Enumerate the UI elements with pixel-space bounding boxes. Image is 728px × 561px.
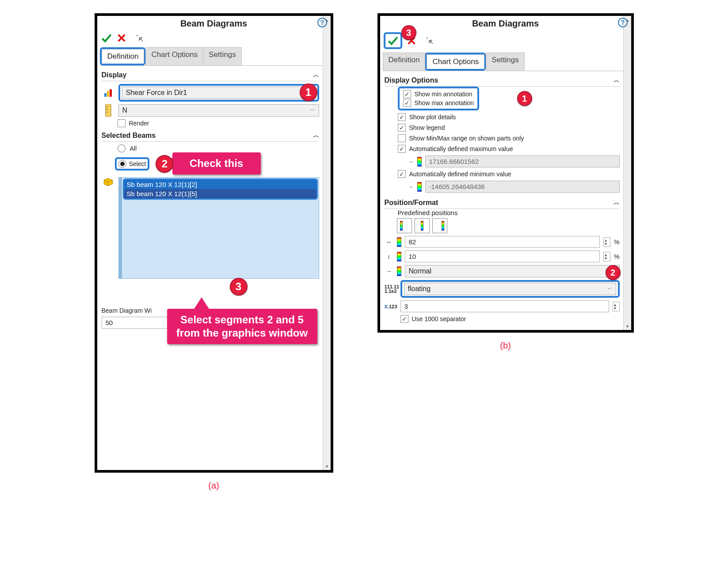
help-icon[interactable]: ? (317, 18, 327, 27)
legend-icon (397, 237, 401, 247)
result-select[interactable]: Shear Force in Dir1 ﹀ (122, 87, 316, 99)
beam-list[interactable]: Sb beam 120 X 12(1)[2] Sb beam 120 X 12(… (118, 177, 319, 279)
chevron-up-icon: ︿ (614, 199, 620, 207)
show-range-label: Show Min/Max range on shown parts only (409, 135, 524, 142)
panel-definition: ▴▾ Beam Diagrams ? Definition (95, 13, 333, 473)
pct-label: % (614, 253, 619, 260)
pin-icon[interactable] (134, 33, 145, 43)
caption-a: (a) (208, 481, 219, 491)
tab-definition[interactable]: Definition (383, 53, 426, 71)
width-arrow-icon: ↔ (385, 239, 393, 246)
legend-icon (417, 182, 422, 192)
arrow-icon: → (408, 184, 414, 190)
show-plot-label: Show plot details (409, 114, 456, 121)
beam-width-input[interactable]: 50 (102, 317, 168, 329)
panel-chart-options: ▴▾ Beam Diagrams ? 3 (377, 13, 634, 333)
predef-label: Predefined positions (398, 209, 620, 216)
number-format-select[interactable]: floating ﹀ (404, 283, 616, 295)
radio-select[interactable] (118, 160, 126, 168)
legend-icon (397, 266, 401, 276)
format-icon: 111.111.1e2 (385, 284, 397, 293)
pos-right-button[interactable] (432, 218, 447, 233)
thousand-sep-checkbox[interactable]: ✓ (400, 315, 408, 323)
title-text: Beam Diagrams (472, 19, 539, 28)
pos-center-button[interactable] (415, 218, 430, 233)
tab-settings[interactable]: Settings (203, 47, 241, 65)
svg-rect-2 (110, 89, 112, 97)
chevron-up-icon: ︿ (614, 76, 620, 84)
auto-min-label: Automatically defined minimum value (409, 171, 511, 178)
callout-check-this: Check this (172, 152, 261, 174)
panel-title: Beam Diagrams ? (380, 16, 631, 30)
step-badge-1: 1 (517, 91, 532, 106)
caption-b: (b) (500, 341, 511, 351)
callout-select-segments: Select segments 2 and 5 from the graphic… (167, 309, 317, 344)
render-label: Render (129, 120, 149, 127)
radio-select-label: Select (129, 160, 146, 167)
thousand-sep-label: Use 1000 separator (412, 315, 466, 322)
legend-icon (397, 252, 401, 262)
step-badge-3: 3 (230, 278, 248, 296)
arrow-icon: → (408, 159, 414, 165)
legend-width-input[interactable]: 82 (405, 236, 600, 248)
legend-icon (417, 157, 422, 167)
pin-icon[interactable] (424, 35, 435, 46)
pct-label: % (614, 239, 619, 246)
legend-style-select[interactable]: Normal (405, 265, 620, 277)
svg-rect-1 (107, 91, 109, 97)
section-selected-beams[interactable]: Selected Beams ︿ (102, 130, 319, 142)
step-badge-3: 3 (401, 25, 416, 40)
list-item[interactable]: Sb beam 120 X 12(1)[5] (124, 189, 316, 198)
result-icon (102, 87, 115, 98)
tab-bar: Definition Chart Options Settings (100, 47, 328, 66)
svg-rect-3 (106, 104, 111, 117)
svg-rect-0 (104, 93, 107, 97)
show-range-checkbox[interactable] (398, 134, 406, 142)
legend-width-stepper[interactable]: ▴▾ (603, 237, 610, 247)
step-badge-2: 2 (156, 155, 173, 173)
section-display[interactable]: Display ︿ (102, 69, 319, 81)
step-badge-2: 2 (606, 265, 621, 280)
auto-max-checkbox[interactable]: ✓ (398, 145, 406, 153)
title-text: Beam Diagrams (180, 19, 247, 28)
section-display-options[interactable]: Display Options ︿ (385, 75, 620, 87)
legend-height-input[interactable]: 10 (405, 250, 600, 262)
section-position-format[interactable]: Position/Format ︿ (385, 197, 620, 209)
pos-left-button[interactable] (397, 218, 412, 233)
show-plot-checkbox[interactable]: ✓ (398, 113, 406, 121)
show-min-checkbox[interactable]: ✓ (403, 90, 411, 98)
precision-icon: X.123 (385, 304, 397, 309)
show-legend-checkbox[interactable]: ✓ (398, 124, 406, 132)
chevron-up-icon: ︿ (313, 132, 319, 140)
legend-height-stepper[interactable]: ▴▾ (603, 252, 610, 262)
tab-chart-options[interactable]: Chart Options (427, 54, 484, 69)
show-max-checkbox[interactable]: ✓ (403, 99, 411, 107)
max-value-input: 17166.66601562 (425, 155, 620, 167)
chevron-up-icon: ︿ (313, 71, 319, 79)
chevron-down-icon: ﹀ (607, 285, 612, 293)
auto-min-checkbox[interactable]: ✓ (398, 170, 406, 178)
min-value-input: -14605.264648438 (425, 181, 620, 193)
cancel-icon[interactable] (117, 33, 126, 43)
height-arrow-icon: ↕ (385, 253, 393, 260)
radio-all-label: All (130, 145, 137, 152)
list-item[interactable]: Sb beam 120 X 12(1)[2] (124, 180, 316, 189)
beam-width-label: Beam Diagram Wi (102, 307, 152, 314)
tab-settings[interactable]: Settings (486, 53, 524, 71)
apply-icon[interactable] (101, 32, 112, 44)
radio-all[interactable] (118, 144, 126, 152)
unit-select[interactable]: N ﹀ (118, 104, 319, 117)
show-legend-label: Show legend (409, 124, 445, 131)
style-icon: → (385, 268, 393, 275)
chevron-down-icon: ﹀ (310, 107, 315, 114)
precision-stepper[interactable]: ▴▾ (613, 302, 620, 311)
tab-definition[interactable]: Definition (102, 49, 145, 64)
precision-input[interactable]: 3 (400, 300, 609, 312)
apply-icon[interactable] (387, 35, 399, 46)
tab-bar: Definition Chart Options Settings (383, 53, 629, 71)
tab-chart-options[interactable]: Chart Options (145, 47, 203, 65)
help-icon[interactable]: ? (618, 18, 628, 27)
panel-title: Beam Diagrams ? (97, 16, 331, 30)
render-checkbox[interactable] (118, 119, 126, 127)
beams-icon (102, 175, 115, 187)
